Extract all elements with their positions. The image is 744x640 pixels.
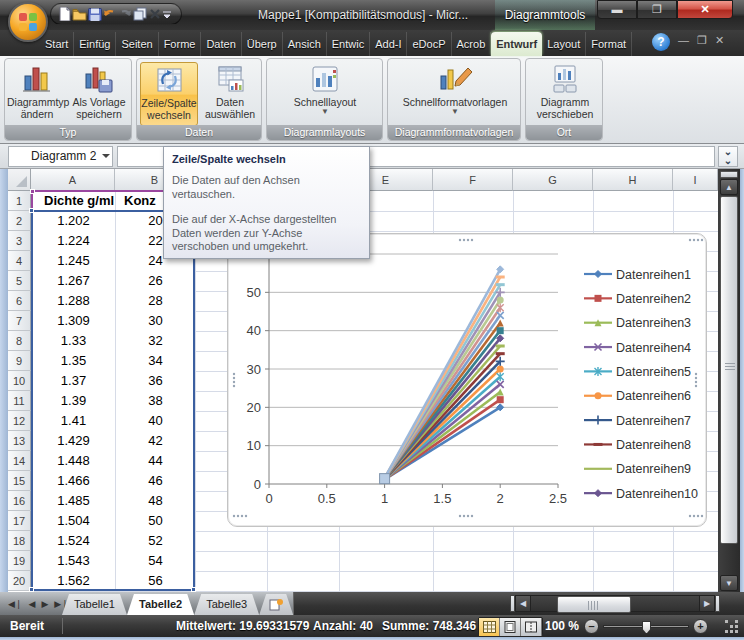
sheet-tab-tabelle2[interactable]: Tabelle2 [127, 594, 194, 615]
ribbon-tab-add-i[interactable]: Add-I [370, 32, 407, 56]
ribbon-tab-entwic[interactable]: Entwic [327, 32, 370, 56]
scroll-right-icon[interactable]: ▶ [699, 595, 715, 612]
workbook-restore-icon[interactable]: ❐ [697, 34, 707, 47]
row-header-17[interactable]: 17 [8, 511, 31, 531]
row-header-7[interactable]: 7 [8, 311, 31, 331]
row-header-18[interactable]: 18 [8, 531, 31, 551]
new-document-icon[interactable] [57, 6, 72, 22]
cell-A12[interactable]: 1.41 [32, 411, 115, 431]
row-header-3[interactable]: 3 [8, 231, 31, 251]
row-header-10[interactable]: 10 [8, 371, 31, 391]
column-header-A[interactable]: A [31, 169, 115, 191]
cell-A20[interactable]: 1.562 [32, 571, 115, 591]
ribbon-tab-format[interactable]: Format [586, 32, 632, 56]
chart-object[interactable]: 00.511.522.501020304050Datenreihen1Daten… [227, 233, 707, 527]
cell-A14[interactable]: 1.448 [32, 451, 115, 471]
select-data-button[interactable]: Daten auswählen [200, 62, 260, 126]
row-header-5[interactable]: 5 [8, 271, 31, 291]
close-button[interactable]: ✕ [677, 0, 733, 19]
prev-sheet-icon[interactable]: ◀ [28, 599, 35, 609]
cell-A9[interactable]: 1.35 [32, 351, 115, 371]
formula-bar-expand-icon[interactable]: ⌄⌄ [718, 146, 738, 167]
cell-A17[interactable]: 1.504 [32, 511, 115, 531]
cell-B16[interactable]: 48 [116, 491, 195, 511]
first-sheet-icon[interactable]: ◀❘ [8, 599, 22, 609]
ribbon-tab-einfüg[interactable]: Einfüg [74, 32, 116, 56]
next-sheet-icon[interactable]: ▶ [41, 599, 48, 609]
change-chart-type-button[interactable]: Diagrammtyp ändern [7, 62, 67, 126]
vertical-scroll-thumb[interactable] [720, 196, 738, 544]
row-header-14[interactable]: 14 [8, 451, 31, 471]
save-as-template-button[interactable]: Als Vorlage speichern [69, 62, 129, 126]
quick-styles-button[interactable]: Schnellformatvorlagen ▼ [398, 62, 512, 126]
cell-B18[interactable]: 52 [116, 531, 195, 551]
row-header-20[interactable]: 20 [8, 571, 31, 591]
cell-B9[interactable]: 34 [116, 351, 195, 371]
row-header-13[interactable]: 13 [8, 431, 31, 451]
save-icon[interactable] [87, 6, 102, 22]
page-layout-view-icon[interactable] [500, 618, 521, 636]
cell-B17[interactable]: 50 [116, 511, 195, 531]
vertical-scrollbar[interactable]: ▲ ▼ [718, 169, 740, 592]
insert-sheet-tab[interactable] [259, 594, 293, 615]
ribbon-tab-forme[interactable]: Forme [159, 32, 202, 56]
redo-icon[interactable] [117, 6, 132, 22]
zoom-in-icon[interactable]: + [693, 619, 708, 634]
maximize-button[interactable]: ❐ [637, 0, 677, 19]
column-header-I[interactable]: I [673, 169, 718, 191]
sheet-tab-tabelle3[interactable]: Tabelle3 [194, 594, 259, 615]
undo-icon[interactable] [102, 6, 117, 22]
ribbon-tab-daten[interactable]: Daten [201, 32, 241, 56]
ribbon-tab-edocp[interactable]: eDocP [407, 32, 451, 56]
move-chart-button[interactable]: Diagramm verschieben [534, 62, 596, 126]
scroll-up-icon[interactable]: ▲ [720, 179, 738, 195]
help-icon[interactable]: ? [652, 33, 670, 51]
row-header-1[interactable]: 1 [8, 191, 31, 211]
row-header-15[interactable]: 15 [8, 471, 31, 491]
row-header-4[interactable]: 4 [8, 251, 31, 271]
horizontal-scroll-thumb[interactable] [557, 596, 631, 613]
column-header-F[interactable]: F [433, 169, 513, 191]
delete-icon[interactable] [147, 6, 162, 22]
cell-A15[interactable]: 1.466 [32, 471, 115, 491]
cell-B6[interactable]: 28 [116, 291, 195, 311]
cell-B10[interactable]: 36 [116, 371, 195, 391]
cell-B19[interactable]: 54 [116, 551, 195, 571]
row-header-9[interactable]: 9 [8, 351, 31, 371]
office-button[interactable] [8, 2, 48, 42]
quick-layout-button[interactable]: Schnelllayout ▼ [290, 62, 360, 126]
row-header-12[interactable]: 12 [8, 411, 31, 431]
cell-A8[interactable]: 1.33 [32, 331, 115, 351]
cell-A19[interactable]: 1.543 [32, 551, 115, 571]
resize-grip[interactable] [724, 619, 738, 633]
select-all-corner[interactable] [8, 169, 31, 191]
cell-A2[interactable]: 1.202 [32, 211, 115, 231]
scroll-left-icon[interactable]: ◀ [515, 595, 531, 612]
cell-A7[interactable]: 1.309 [32, 311, 115, 331]
name-box-dropdown-icon[interactable] [102, 154, 110, 162]
ribbon-tab-ansich[interactable]: Ansich [283, 32, 327, 56]
column-header-H[interactable]: H [593, 169, 673, 191]
scroll-down-icon[interactable]: ▼ [720, 575, 738, 591]
cell-A1[interactable]: Dichte g/ml [32, 191, 115, 211]
cell-B8[interactable]: 32 [116, 331, 195, 351]
row-header-11[interactable]: 11 [8, 391, 31, 411]
horizontal-scroll-track[interactable] [531, 595, 699, 612]
name-box[interactable]: Diagramm 2 [8, 146, 113, 167]
cell-A16[interactable]: 1.485 [32, 491, 115, 511]
cell-B15[interactable]: 46 [116, 471, 195, 491]
vertical-split-handle[interactable] [720, 171, 738, 178]
column-header-G[interactable]: G [513, 169, 593, 191]
horizontal-scrollbar[interactable]: ◀ ▶ [510, 592, 722, 615]
cell-B5[interactable]: 26 [116, 271, 195, 291]
cell-B12[interactable]: 40 [116, 411, 195, 431]
sheet-tab-tabelle1[interactable]: Tabelle1 [62, 594, 127, 615]
workbook-close-icon[interactable]: ✕ [715, 34, 724, 47]
page-break-view-icon[interactable] [521, 618, 542, 636]
cell-B11[interactable]: 38 [116, 391, 195, 411]
cell-A11[interactable]: 1.39 [32, 391, 115, 411]
cell-A10[interactable]: 1.37 [32, 371, 115, 391]
workbook-minimize-icon[interactable]: — [678, 34, 689, 47]
normal-view-icon[interactable] [479, 618, 500, 636]
cell-A3[interactable]: 1.224 [32, 231, 115, 251]
